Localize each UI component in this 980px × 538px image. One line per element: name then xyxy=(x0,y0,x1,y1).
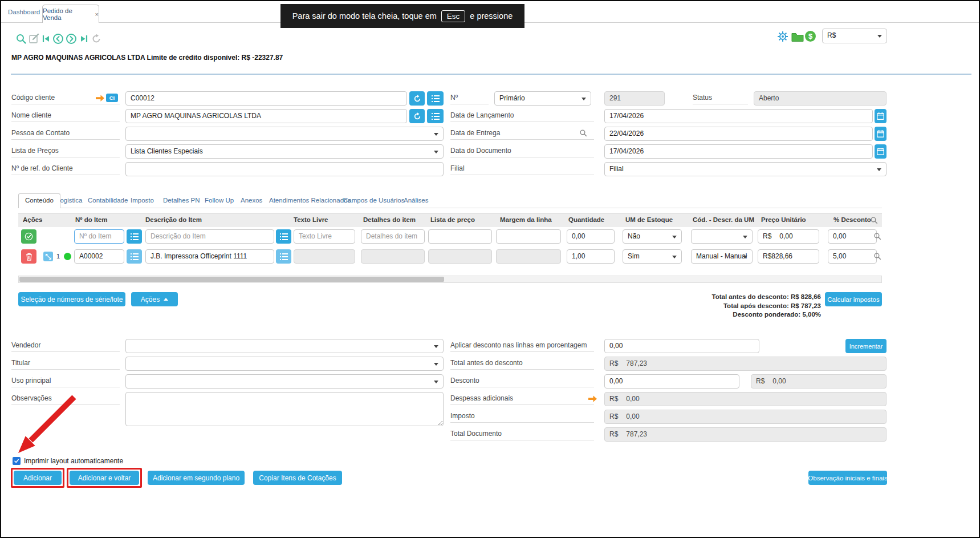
row1-num-item-list-button[interactable] xyxy=(127,249,142,264)
table-horizontal-scrollbar[interactable] xyxy=(18,276,882,283)
entry-texto-livre-input[interactable]: Texto Livre xyxy=(294,229,355,244)
adicionar-button[interactable]: Adicionar xyxy=(14,471,62,485)
settings-gear-icon[interactable] xyxy=(777,31,788,45)
expand-line-icon[interactable] xyxy=(43,252,53,261)
entry-desconto-input[interactable]: 0,00 xyxy=(828,229,877,244)
row1-descricao-list-button[interactable] xyxy=(276,249,291,264)
entry-quantidade-input[interactable]: 0,00 xyxy=(567,229,615,244)
entry-descricao-input[interactable]: Descrição do Item xyxy=(145,229,274,244)
vendedor-select[interactable] xyxy=(125,339,444,353)
data-lancamento-input[interactable]: 17/04/2026 xyxy=(604,109,873,123)
status-input: Aberto xyxy=(754,91,887,106)
adicionar-e-voltar-button[interactable]: Adicionar e voltar xyxy=(70,471,139,485)
nome-cliente-input[interactable]: MP AGRO MAQUINAS AGRICOLAS LTDA xyxy=(125,109,407,123)
entry-row-search-icon[interactable] xyxy=(873,232,881,242)
acoes-button[interactable]: Ações xyxy=(131,292,178,306)
numero-tipo-select[interactable]: Primário xyxy=(494,91,591,106)
tab-conteudo[interactable]: Conteúdo xyxy=(18,193,60,208)
delete-line-button[interactable] xyxy=(21,249,36,264)
titular-select[interactable] xyxy=(125,357,444,371)
row1-um-estoque-select[interactable]: Sim xyxy=(623,249,682,264)
aplicar-desconto-input[interactable]: 0,00 xyxy=(604,339,759,353)
desconto-pct-input[interactable]: 0,00 xyxy=(604,374,739,389)
row1-lista-preco-input xyxy=(428,249,492,264)
codigo-cliente-list-button[interactable] xyxy=(427,91,444,106)
tab-close-icon[interactable]: × xyxy=(95,11,99,18)
nome-cliente-refresh-button[interactable] xyxy=(409,109,425,123)
search-icon[interactable] xyxy=(15,33,27,47)
ci-badge[interactable]: CI xyxy=(106,94,118,102)
entry-um-estoque-select[interactable]: Não xyxy=(623,229,682,244)
codigo-cliente-input[interactable]: C00012 xyxy=(125,91,407,106)
pessoa-contato-select[interactable] xyxy=(125,127,444,141)
data-documento-input[interactable]: 17/04/2026 xyxy=(604,144,873,159)
imprimir-checkbox-label[interactable]: Imprimir layout automaticamente xyxy=(24,457,123,465)
data-entrega-search-icon[interactable] xyxy=(579,129,587,139)
tab-imposto[interactable]: Imposto xyxy=(131,197,154,204)
lista-precos-select[interactable]: Lista Clientes Especiais xyxy=(125,144,444,159)
data-documento-calendar-button[interactable] xyxy=(875,144,887,159)
folder-icon[interactable] xyxy=(791,32,804,44)
next-record-icon[interactable] xyxy=(66,33,77,47)
entry-num-item-input[interactable]: Nº do Item xyxy=(74,229,124,244)
data-lancamento-calendar-button[interactable] xyxy=(875,109,887,123)
refresh-icon[interactable] xyxy=(91,34,101,46)
tab-analises[interactable]: Análises xyxy=(404,197,428,204)
tab-detalhes-pn[interactable]: Detalhes PN xyxy=(163,197,200,204)
tab-dashboard[interactable]: Dashboard xyxy=(8,9,40,15)
entry-num-item-list-button[interactable] xyxy=(127,229,142,244)
tab-pedido-de-venda[interactable]: Pedido de Venda × xyxy=(42,5,99,23)
data-entrega-input[interactable]: 22/04/2026 xyxy=(604,127,873,141)
previous-record-icon[interactable] xyxy=(52,33,64,47)
serie-lote-button[interactable]: Seleção de números de série/lote xyxy=(18,292,125,306)
row1-preco-input[interactable]: R$828,66 xyxy=(758,249,819,264)
observacoes-label: Observações xyxy=(11,392,120,405)
totals-summary: Total antes do desconto: R$ 828,66 Total… xyxy=(657,293,821,319)
tab-contabilidade[interactable]: Contabilidade xyxy=(88,197,128,204)
codigo-cliente-link-arrow-icon[interactable] xyxy=(96,94,104,104)
copiar-itens-button[interactable]: Copiar Itens de Cotações xyxy=(253,471,342,485)
entry-lista-preco-input[interactable] xyxy=(428,229,492,244)
last-record-icon[interactable] xyxy=(79,34,89,46)
calcular-impostos-button[interactable]: Calcular impostos xyxy=(825,292,882,306)
tab-anexos[interactable]: Anexos xyxy=(241,197,262,204)
ref-cliente-input[interactable] xyxy=(125,162,444,176)
filial-select[interactable]: Filial xyxy=(604,162,887,176)
tab-atendimentos-relacionados[interactable]: Atendimentos Relacionados xyxy=(269,197,351,204)
codigo-cliente-refresh-button[interactable] xyxy=(409,91,425,106)
total-documento-label: Total Documento xyxy=(450,427,594,440)
incrementar-button[interactable]: Incrementar xyxy=(845,339,887,353)
tab-campos-de-usuarios[interactable]: Campos de Usuários xyxy=(343,197,404,204)
despesas-link-arrow-icon[interactable] xyxy=(588,394,597,404)
entry-descricao-list-button[interactable] xyxy=(276,229,291,244)
uso-principal-select[interactable] xyxy=(125,374,444,389)
entry-margem-input[interactable] xyxy=(496,229,561,244)
entry-preco-input[interactable]: R$0,00 xyxy=(758,229,819,244)
row1-descricao-input[interactable]: J.B. Impressora Officeprint 1111 xyxy=(145,249,274,264)
col-header-detalhes: Detalhes do item xyxy=(363,216,416,223)
row1-quantidade-input[interactable]: 1,00 xyxy=(567,249,615,264)
row1-cod-um-select[interactable]: Manual - Manual xyxy=(691,249,753,264)
observacoes-textarea[interactable] xyxy=(125,392,444,426)
row1-num-item-input[interactable]: A00002 xyxy=(74,249,124,264)
data-entrega-calendar-button[interactable] xyxy=(875,127,887,141)
entry-cod-um-select[interactable] xyxy=(691,229,753,244)
observacao-iniciais-finais-button[interactable]: Observação iniciais e finais xyxy=(808,471,887,485)
row1-cod-um-value: Manual - Manual xyxy=(696,252,747,260)
row1-desconto-input[interactable]: 5,00 xyxy=(828,249,877,264)
currency-dollar-icon[interactable]: $ xyxy=(805,31,816,42)
confirm-line-button[interactable] xyxy=(21,229,36,244)
ref-cliente-label: Nº de ref. do Cliente xyxy=(11,162,120,175)
imprimir-checkbox[interactable] xyxy=(13,457,21,465)
first-record-icon[interactable] xyxy=(41,34,51,46)
entry-detalhes-input[interactable]: Detalhes do item xyxy=(361,229,425,244)
data-lancamento-label: Data de Lançamento xyxy=(450,109,594,122)
tab-follow-up[interactable]: Follow Up xyxy=(205,197,234,204)
nome-cliente-list-button[interactable] xyxy=(427,109,444,123)
table-header-search-icon[interactable] xyxy=(870,216,878,226)
scrollbar-thumb[interactable] xyxy=(19,277,444,282)
edit-icon[interactable] xyxy=(29,33,40,47)
currency-select[interactable]: R$ xyxy=(822,29,887,43)
adicionar-segundo-plano-button[interactable]: Adicionar em segundo plano xyxy=(148,471,245,485)
row1-search-icon[interactable] xyxy=(873,252,881,262)
